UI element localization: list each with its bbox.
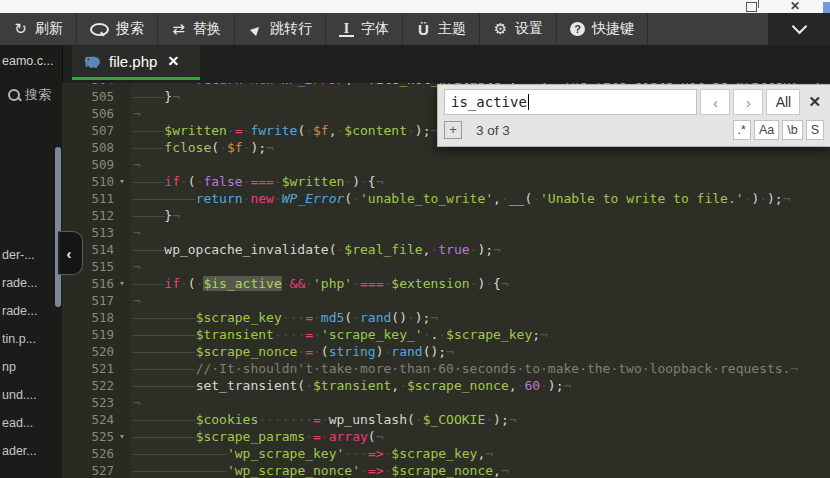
refresh-icon: ↻ [13,20,28,38]
line-number: 526 [91,445,114,462]
gutter-rows: 504505506507508509510▾511512513514515516… [62,83,130,478]
code-line[interactable]: ————————$cookies·······=·wp_unslash(·$_C… [130,411,830,428]
toolbar-button-label: 设置 [515,20,543,38]
code-line[interactable]: ————————set_transient(·$transient,·$scra… [130,377,830,394]
window-close-icon[interactable]: ✕ [790,0,800,13]
fold-arrow-icon[interactable]: ▾ [114,173,130,190]
add-search-button[interactable]: + [444,121,462,139]
line-number: 507 [91,122,114,139]
regex-toggle[interactable]: .* [733,120,751,140]
code-line[interactable]: ¬ [130,292,830,309]
chevron-down-icon [791,19,807,35]
line-number: 515 [91,258,114,275]
fold-spacer [114,156,130,173]
toolbar-button-shortcuts[interactable]: ?快捷键 [557,13,648,45]
case-sensitive-toggle[interactable]: Aa [754,120,779,140]
code-line[interactable]: ¬ [130,394,830,411]
selection-toggle[interactable]: S [806,120,824,140]
gutter-row: 509 [62,156,130,173]
fold-spacer [114,190,130,207]
sidebar-current-file[interactable]: eamo.c... [0,45,62,68]
gutter-row: 522 [62,377,130,394]
toolbar-button-goto-line[interactable]: ▶跳转行 [235,13,326,45]
code-line[interactable]: ————————//·It·shouldn't·take·more·than·6… [130,360,830,377]
find-all-button[interactable]: All [766,89,800,115]
tab-file-php[interactable]: file.php ✕ [72,45,200,80]
sidebar-file-item[interactable]: der-... [0,241,62,269]
fold-spacer [114,122,130,139]
sidebar-file-item[interactable]: rade... [0,269,62,297]
line-number: 519 [91,326,114,343]
window-restore-icon[interactable] [746,2,757,12]
line-number: 514 [91,241,114,258]
code-line[interactable]: ————}¬ [130,207,830,224]
fold-spacer [114,343,130,360]
match-count: 3 of 3 [476,123,510,138]
toolbar-expand-button[interactable] [768,13,830,45]
line-number: 527 [91,462,114,478]
line-number-gutter: 504505506507508509510▾511512513514515516… [62,83,130,478]
code-line[interactable]: ————————return·new·WP_Error(·'unable_to_… [130,190,830,207]
sidebar-file-item[interactable]: ader... [0,437,62,465]
sidebar-file-item[interactable]: und.... [0,381,62,409]
code-line[interactable]: ————————$scrape_key···=·md5(·rand()·);¬ [130,309,830,326]
toolbar-button-theme[interactable]: Ü主题 [403,13,480,45]
sidebar-collapse-handle[interactable]: ‹ [58,231,83,275]
toolbar-button-refresh[interactable]: ↻刷新 [0,13,77,45]
fold-spacer [114,394,130,411]
fold-spacer [114,445,130,462]
tab-close-icon[interactable]: ✕ [167,53,179,69]
search-close-icon[interactable]: ✕ [808,93,821,111]
sidebar-scrollbar-thumb[interactable] [55,147,61,307]
code-line[interactable]: ————wp_opcache_invalidate(·$real_file,·t… [130,241,830,258]
sidebar-search-label: 搜索 [25,86,51,104]
toolbar-button-label: 跳转行 [270,20,312,38]
code-line[interactable]: ¬ [130,258,830,275]
code-line[interactable]: ————if·(·false·===·$written·)·{¬ [130,173,830,190]
sidebar-file-item[interactable]: np [0,353,62,381]
file-sidebar: eamo.c... 搜索 der-...rade...rade...tin.p.… [0,45,63,478]
sidebar-search[interactable]: 搜索 [8,86,62,104]
code-line[interactable]: ¬ [130,224,830,241]
sidebar-file-item[interactable]: ead... [0,409,62,437]
gutter-row: 518 [62,309,130,326]
code-line[interactable]: ————————$scrape_params·=·array(¬ [130,428,830,445]
line-number: 524 [91,411,114,428]
line-number: 523 [91,394,114,411]
line-number: 511 [91,190,114,207]
code-line[interactable]: ————————————'wp_scrape_key'···=>·$scrape… [130,445,830,462]
line-number: 506 [91,105,114,122]
fold-arrow-icon[interactable]: ▾ [114,275,130,292]
code-line[interactable]: ————————————'wp_scrape_nonce'·=>·$scrape… [130,462,830,478]
php-file-icon [84,55,101,68]
code-line[interactable]: ————————$transient····=·'scrape_key_'·.·… [130,326,830,343]
gutter-row: 512 [62,207,130,224]
sidebar-file-list: der-...rade...rade...tin.p...npund....ea… [0,241,62,465]
sidebar-file-item[interactable]: rade... [0,297,62,325]
fold-spacer [114,411,130,428]
code-line[interactable]: ¬ [130,156,830,173]
toolbar-button-search[interactable]: 搜索 [77,13,158,45]
toolbar-button-label: 刷新 [35,20,63,38]
gutter-row: 510▾ [62,173,130,190]
toolbar-button-label: 主题 [438,20,466,38]
fold-spacer [114,258,130,275]
toolbar-button-replace[interactable]: ⇄替换 [158,13,235,45]
sidebar-file-item[interactable]: tin.p... [0,325,62,353]
search-query-input[interactable]: is_active [444,89,697,115]
gutter-row: 516▾ [62,275,130,292]
find-next-button[interactable]: › [733,89,763,115]
gutter-row: 506 [62,105,130,122]
fold-spacer [114,309,130,326]
toolbar-button-font[interactable]: I字体 [326,13,403,45]
fold-arrow-icon[interactable]: ▾ [114,428,130,445]
code-line[interactable]: ————————$scrape_nonce·=·(string)·rand();… [130,343,830,360]
chevron-left-icon: ‹ [67,245,72,262]
code-line[interactable]: ————if·(·$is_active·&&·'php'·===·$extens… [130,275,830,292]
find-previous-button[interactable]: ‹ [700,89,730,115]
search-query-text: is_active [451,94,527,110]
search-icon [90,23,109,36]
line-number: 508 [91,139,114,156]
toolbar-button-settings[interactable]: ⚙设置 [480,13,557,45]
whole-word-toggle[interactable]: \b [782,120,802,140]
